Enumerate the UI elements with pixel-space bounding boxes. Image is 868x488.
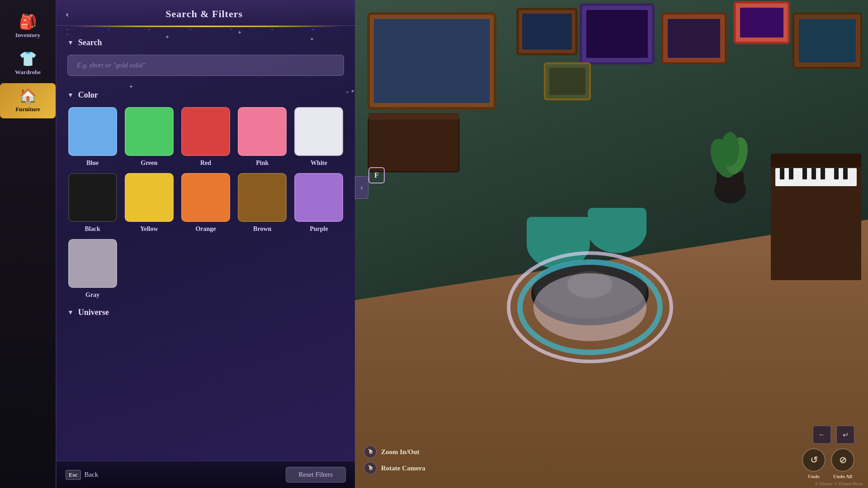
- rotate-label: Rotate Camera: [381, 465, 425, 472]
- color-swatch-blue: [68, 107, 117, 156]
- game-viewport: F ‹ 🖱 Zoom In/Out 🖱 Rotate Camera ← ↵ ↺ …: [355, 0, 868, 488]
- undo-all-circle: ⊘: [831, 448, 854, 472]
- arrow-buttons-row: ← ↵: [813, 426, 854, 444]
- color-label-white: White: [311, 160, 327, 167]
- color-swatch-orange: [181, 173, 230, 222]
- search-section-header[interactable]: ▼ Search: [67, 38, 344, 47]
- color-label-pink: Pink: [256, 160, 269, 167]
- color-cell-yellow[interactable]: Yellow: [124, 173, 174, 233]
- svg-rect-24: [834, 168, 839, 179]
- reset-filters-button[interactable]: Reset Filters: [286, 467, 346, 483]
- svg-point-40: [721, 132, 739, 166]
- esc-key: Esc: [66, 470, 81, 480]
- color-grid: Blue Green Red Pink White Black: [67, 107, 344, 299]
- color-label-blue: Blue: [86, 160, 99, 167]
- color-swatch-brown: [238, 173, 287, 222]
- back-arrow-button[interactable]: ↵: [836, 426, 854, 444]
- wardrobe-icon: 👕: [19, 52, 37, 66]
- back-button[interactable]: ‹: [66, 8, 69, 20]
- undo-all-button[interactable]: ⊘ Undo All: [831, 448, 854, 479]
- svg-rect-21: [802, 168, 807, 179]
- color-swatch-gray: [68, 239, 117, 288]
- zoom-label: Zoom In/Out: [381, 448, 420, 456]
- sidebar-item-furniture[interactable]: 🏠 Furniture: [0, 83, 56, 118]
- svg-rect-19: [780, 168, 784, 179]
- color-cell-red[interactable]: Red: [180, 107, 231, 167]
- hud-rotate: 🖱 Rotate Camera: [364, 462, 425, 474]
- color-swatch-white: [294, 107, 343, 156]
- sidebar-item-furniture-label: Furniture: [15, 106, 40, 113]
- color-swatch-pink: [238, 107, 287, 156]
- color-label-orange: Orange: [195, 225, 216, 233]
- universe-section-title: Universe: [78, 308, 109, 317]
- panel-title: Search & Filters: [76, 8, 332, 20]
- color-label-brown: Brown: [253, 225, 271, 233]
- color-cell-pink[interactable]: Pink: [237, 107, 288, 167]
- hud-zoom: 🖱 Zoom In/Out: [364, 446, 425, 458]
- color-swatch-green: [125, 107, 174, 156]
- color-label-green: Green: [141, 160, 157, 167]
- color-label-purple: Purple: [310, 225, 328, 233]
- undo-all-label: Undo All: [833, 474, 852, 479]
- undo-buttons-row: ↺ Undo ⊘ Undo All: [802, 448, 854, 479]
- sidebar-item-inventory[interactable]: 🎒 Inventory: [0, 9, 56, 44]
- universe-section-header[interactable]: ▼ Universe: [67, 308, 344, 317]
- sidebar-item-wardrobe[interactable]: 👕 Wardrobe: [0, 46, 56, 81]
- undo-button[interactable]: ↺ Undo: [802, 448, 826, 479]
- back-label: Back: [85, 471, 99, 479]
- svg-rect-20: [789, 168, 793, 179]
- color-label-gray: Gray: [85, 291, 99, 299]
- svg-rect-23: [821, 168, 825, 179]
- search-section-title: Search: [78, 38, 102, 47]
- hud-controls: 🖱 Zoom In/Out 🖱 Rotate Camera: [364, 446, 425, 474]
- svg-rect-29: [588, 208, 646, 237]
- color-cell-green[interactable]: Green: [124, 107, 174, 167]
- svg-rect-27: [527, 217, 590, 249]
- rotate-icon: 🖱: [364, 462, 377, 474]
- color-chevron-icon: ▼: [67, 92, 74, 99]
- color-cell-black[interactable]: Black: [67, 173, 118, 233]
- search-chevron-icon: ▼: [67, 39, 74, 47]
- color-cell-white[interactable]: White: [294, 107, 344, 167]
- color-swatch-black: [68, 173, 117, 222]
- color-cell-brown[interactable]: Brown: [237, 173, 288, 233]
- left-arrow-button[interactable]: ←: [813, 426, 831, 444]
- color-cell-purple[interactable]: Purple: [294, 173, 344, 233]
- controls-bottom-right: ← ↵ ↺ Undo ⊘ Undo All: [802, 426, 854, 479]
- panel-toggle-arrow[interactable]: ‹: [355, 176, 368, 199]
- color-cell-orange[interactable]: Orange: [180, 173, 231, 233]
- universe-chevron-icon: ▼: [67, 309, 74, 316]
- svg-rect-22: [811, 168, 816, 179]
- color-swatch-yellow: [125, 173, 174, 222]
- panel-content: ▼ Search ▼ Color Blue Green Red: [57, 27, 355, 452]
- color-cell-blue[interactable]: Blue: [67, 107, 118, 167]
- furniture-icon: 🏠: [19, 89, 37, 103]
- sidebar-item-wardrobe-label: Wardrobe: [15, 69, 41, 76]
- universe-section: ▼ Universe: [67, 308, 344, 317]
- svg-point-35: [533, 273, 646, 341]
- color-label-red: Red: [200, 160, 211, 167]
- zoom-icon: 🖱: [364, 446, 377, 458]
- f-key-indicator: F: [368, 167, 385, 183]
- color-label-black: Black: [85, 225, 100, 233]
- svg-rect-25: [843, 168, 848, 179]
- search-input[interactable]: [67, 55, 344, 76]
- color-cell-gray[interactable]: Gray: [67, 239, 118, 299]
- color-section-title: Color: [78, 90, 98, 100]
- color-swatch-purple: [294, 173, 343, 222]
- sidebar: 🎒 Inventory 👕 Wardrobe 🏠 Furniture: [0, 0, 57, 488]
- back-esc-button[interactable]: Esc Back: [66, 470, 98, 480]
- room-furniture: [355, 0, 868, 488]
- color-swatch-red: [181, 107, 230, 156]
- color-label-yellow: Yellow: [140, 225, 158, 233]
- search-filters-panel: ✦ ✦ ✦ ✦ ✦ ✦ ‹ Search & Filters ▼ Search …: [57, 0, 355, 488]
- undo-circle: ↺: [802, 448, 826, 472]
- panel-header: ‹ Search & Filters: [57, 0, 355, 26]
- sidebar-item-inventory-label: Inventory: [15, 32, 40, 39]
- color-section-header[interactable]: ▼ Color: [67, 90, 344, 100]
- inventory-icon: 🎒: [19, 14, 37, 29]
- undo-label: Undo: [808, 474, 820, 479]
- panel-footer: Esc Back Reset Filters: [57, 461, 355, 488]
- copyright-text: © Disney. © Disney/Pixar.: [815, 481, 863, 486]
- svg-rect-17: [771, 154, 861, 167]
